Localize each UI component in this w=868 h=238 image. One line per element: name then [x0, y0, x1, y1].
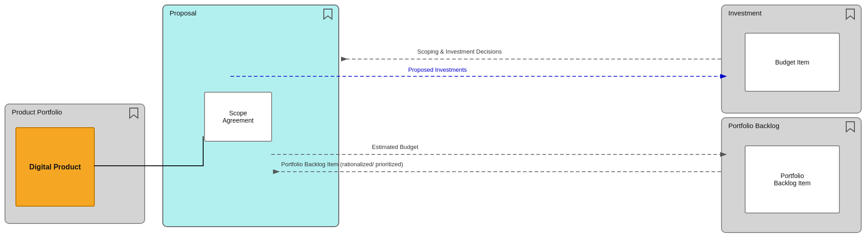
portfolio-backlog-bookmark-icon: [845, 121, 855, 133]
frame-product-portfolio: Product Portfolio Digital Product: [5, 104, 145, 224]
proposed-investments-label: Proposed Investments: [408, 66, 467, 73]
budget-item-box: Budget Item: [745, 33, 840, 92]
frame-proposal: Proposal ScopeAgreement: [162, 5, 339, 227]
budget-item-label: Budget Item: [775, 59, 809, 66]
portfolio-backlog-title: Portfolio Backlog: [728, 122, 780, 129]
diagram-container: Product Portfolio Digital Product Propos…: [0, 0, 868, 238]
digital-product-label: Digital Product: [29, 163, 81, 171]
digital-product-box: Digital Product: [15, 127, 95, 207]
proposal-bookmark-icon: [323, 8, 333, 20]
investment-bookmark-icon: [845, 8, 855, 20]
estimated-budget-label: Estimated Budget: [372, 144, 419, 150]
product-portfolio-title: Product Portfolio: [12, 108, 62, 116]
scope-agreement-box: ScopeAgreement: [204, 92, 272, 142]
product-portfolio-bookmark-icon: [129, 107, 139, 119]
investment-title: Investment: [728, 9, 761, 17]
proposal-title: Proposal: [170, 9, 196, 17]
frame-portfolio-backlog: Portfolio Backlog PortfolioBacklog Item: [721, 117, 862, 233]
portfolio-backlog-item-box: PortfolioBacklog Item: [745, 145, 840, 213]
scope-agreement-label: ScopeAgreement: [223, 109, 254, 124]
scoping-investment-label: Scoping & Investment Decisions: [417, 48, 502, 55]
frame-investment: Investment Budget Item: [721, 5, 862, 114]
portfolio-backlog-item-label: PortfolioBacklog Item: [774, 172, 811, 187]
